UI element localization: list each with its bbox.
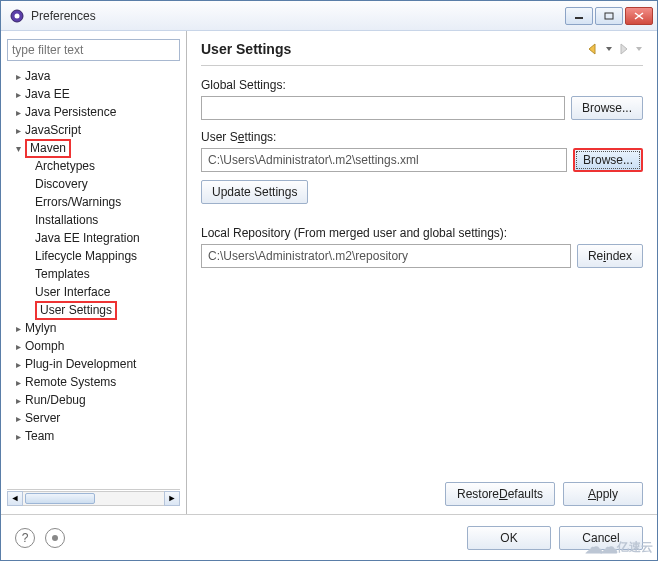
back-menu-icon[interactable] xyxy=(605,43,613,55)
tree-item-label: User Interface xyxy=(35,285,110,299)
expand-icon[interactable]: ▸ xyxy=(11,89,25,100)
tree-item[interactable]: ▾Maven xyxy=(7,139,180,157)
expand-icon[interactable]: ▸ xyxy=(11,125,25,136)
expand-icon[interactable]: ▸ xyxy=(11,107,25,118)
preference-tree[interactable]: ▸Java▸Java EE▸Java Persistence▸JavaScrip… xyxy=(7,67,180,485)
tree-item-label: Remote Systems xyxy=(25,375,116,389)
preferences-dialog: Preferences ▸Java▸Java EE▸Java Persisten… xyxy=(0,0,658,561)
tree-item-label: Java xyxy=(25,69,50,83)
maximize-button[interactable] xyxy=(595,7,623,25)
cancel-button[interactable]: Cancel xyxy=(559,526,643,550)
tree-item-label: Discovery xyxy=(35,177,88,191)
expand-icon[interactable]: ▸ xyxy=(11,377,25,388)
titlebar[interactable]: Preferences xyxy=(1,1,657,31)
tree-item[interactable]: ▸Remote Systems xyxy=(7,373,180,391)
expand-icon[interactable]: ▸ xyxy=(11,395,25,406)
svg-point-6 xyxy=(52,535,58,541)
minimize-button[interactable] xyxy=(565,7,593,25)
apply-button[interactable]: Apply xyxy=(563,482,643,506)
restore-defaults-button[interactable]: Restore Defaults xyxy=(445,482,555,506)
tree-item[interactable]: ▸Team xyxy=(7,427,180,445)
expand-icon[interactable]: ▸ xyxy=(11,359,25,370)
reindex-button[interactable]: Reindex xyxy=(577,244,643,268)
browse-global-button[interactable]: Browse... xyxy=(571,96,643,120)
expand-icon[interactable]: ▸ xyxy=(11,431,25,442)
tree-item[interactable]: ▸Run/Debug xyxy=(7,391,180,409)
expand-icon[interactable]: ▸ xyxy=(11,71,25,82)
back-icon[interactable] xyxy=(587,43,601,55)
collapse-icon[interactable]: ▾ xyxy=(11,143,25,154)
user-settings-label: User Settings: xyxy=(201,130,643,144)
page-title: User Settings xyxy=(201,41,587,57)
dialog-footer: ? OK Cancel xyxy=(1,514,657,560)
tree-item-label: Run/Debug xyxy=(25,393,86,407)
forward-menu-icon[interactable] xyxy=(635,43,643,55)
tree-item[interactable]: Lifecycle Mappings xyxy=(7,247,180,265)
tree-item-label: JavaScript xyxy=(25,123,81,137)
tree-item[interactable]: Installations xyxy=(7,211,180,229)
tree-item[interactable]: ▸JavaScript xyxy=(7,121,180,139)
local-repo-label: Local Repository (From merged user and g… xyxy=(201,226,643,240)
tree-item-label: Team xyxy=(25,429,54,443)
tree-item-label: User Settings xyxy=(35,301,117,320)
settings-pane: User Settings Global Settings: Browse...… xyxy=(187,31,657,514)
global-settings-input[interactable] xyxy=(201,96,565,120)
tree-item-label: Templates xyxy=(35,267,90,281)
expand-icon[interactable]: ▸ xyxy=(11,323,25,334)
tree-item-label: Plug-in Development xyxy=(25,357,136,371)
user-settings-input[interactable] xyxy=(201,148,567,172)
horizontal-scrollbar[interactable]: ◄ ► xyxy=(7,489,180,506)
update-settings-button[interactable]: Update Settings xyxy=(201,180,308,204)
local-repo-input xyxy=(201,244,571,268)
tree-item-label: Mylyn xyxy=(25,321,56,335)
tree-item[interactable]: Java EE Integration xyxy=(7,229,180,247)
tree-item-label: Errors/Warnings xyxy=(35,195,121,209)
tree-item[interactable]: Templates xyxy=(7,265,180,283)
window-title: Preferences xyxy=(31,9,565,23)
scroll-track[interactable] xyxy=(23,491,164,506)
svg-rect-3 xyxy=(605,13,613,19)
ok-button[interactable]: OK xyxy=(467,526,551,550)
help-icon[interactable]: ? xyxy=(15,528,35,548)
tree-item-label: Server xyxy=(25,411,60,425)
scroll-thumb[interactable] xyxy=(25,493,95,504)
tree-item-label: Java EE Integration xyxy=(35,231,140,245)
forward-icon[interactable] xyxy=(617,43,631,55)
expand-icon[interactable]: ▸ xyxy=(11,413,25,424)
svg-point-1 xyxy=(15,13,20,18)
tree-item-label: Archetypes xyxy=(35,159,95,173)
tree-item[interactable]: ▸Java Persistence xyxy=(7,103,180,121)
tree-item[interactable]: Errors/Warnings xyxy=(7,193,180,211)
expand-icon[interactable]: ▸ xyxy=(11,341,25,352)
tree-item[interactable]: User Settings xyxy=(7,301,180,319)
tree-item-label: Maven xyxy=(25,139,71,158)
app-icon xyxy=(9,8,25,24)
close-button[interactable] xyxy=(625,7,653,25)
tree-item-label: Lifecycle Mappings xyxy=(35,249,137,263)
tree-pane: ▸Java▸Java EE▸Java Persistence▸JavaScrip… xyxy=(1,31,187,514)
tree-item[interactable]: Archetypes xyxy=(7,157,180,175)
tree-item[interactable]: ▸Java xyxy=(7,67,180,85)
scroll-left-icon[interactable]: ◄ xyxy=(7,491,23,506)
tree-item[interactable]: Discovery xyxy=(7,175,180,193)
filter-input[interactable] xyxy=(7,39,180,61)
tree-item[interactable]: User Interface xyxy=(7,283,180,301)
global-settings-label: Global Settings: xyxy=(201,78,643,92)
tree-item-label: Java Persistence xyxy=(25,105,116,119)
tree-item[interactable]: ▸Java EE xyxy=(7,85,180,103)
tree-item[interactable]: ▸Server xyxy=(7,409,180,427)
tree-item[interactable]: ▸Plug-in Development xyxy=(7,355,180,373)
tree-item-label: Java EE xyxy=(25,87,70,101)
progress-icon[interactable] xyxy=(45,528,65,548)
tree-item[interactable]: ▸Mylyn xyxy=(7,319,180,337)
tree-item[interactable]: ▸Oomph xyxy=(7,337,180,355)
scroll-right-icon[interactable]: ► xyxy=(164,491,180,506)
browse-user-button[interactable]: Browse... xyxy=(573,148,643,172)
tree-item-label: Oomph xyxy=(25,339,64,353)
tree-item-label: Installations xyxy=(35,213,98,227)
